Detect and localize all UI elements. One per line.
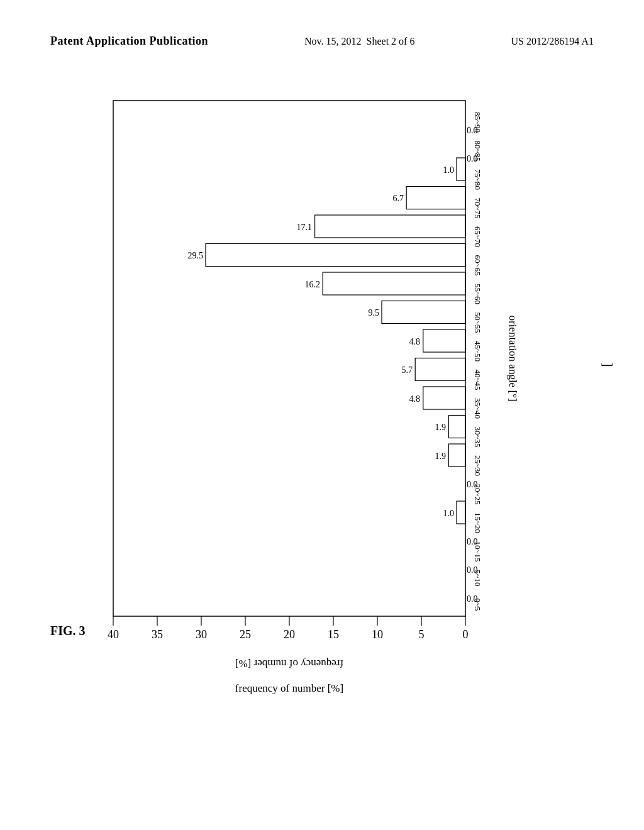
svg-rect-0 bbox=[113, 101, 465, 616]
svg-text:4.8: 4.8 bbox=[409, 394, 421, 404]
svg-text:15~20: 15~20 bbox=[473, 512, 482, 533]
svg-text:5: 5 bbox=[419, 628, 425, 641]
svg-text:0~5: 0~5 bbox=[473, 599, 482, 611]
svg-text:1.0: 1.0 bbox=[443, 509, 455, 518]
svg-text:29.5: 29.5 bbox=[188, 251, 204, 260]
svg-text:35: 35 bbox=[152, 628, 163, 641]
svg-text:50~55: 50~55 bbox=[473, 313, 482, 333]
svg-text:30: 30 bbox=[196, 628, 207, 641]
svg-text:orientation angle [°]: orientation angle [°] bbox=[507, 315, 519, 401]
chart-svg: 0 5 10 15 20 25 30 35 40 frequency of nu… bbox=[38, 88, 641, 761]
svg-text:frequency of number [%]: frequency of number [%] bbox=[235, 682, 343, 694]
svg-text:9.5: 9.5 bbox=[369, 308, 380, 318]
svg-rect-30 bbox=[382, 301, 465, 324]
svg-text:15: 15 bbox=[328, 628, 339, 641]
svg-text:85~90: 85~90 bbox=[473, 112, 482, 133]
svg-rect-32 bbox=[423, 329, 465, 352]
svg-text:6.7: 6.7 bbox=[393, 194, 404, 203]
svg-text:80~85: 80~85 bbox=[473, 141, 482, 162]
figure-label: FIG. 3 bbox=[50, 624, 86, 638]
svg-text:70~75: 70~75 bbox=[473, 198, 482, 219]
svg-rect-24 bbox=[315, 215, 465, 238]
svg-text:0: 0 bbox=[463, 628, 469, 641]
svg-text:60~65: 60~65 bbox=[473, 255, 482, 276]
page-header: Patent Application Publication Nov. 15, … bbox=[0, 35, 644, 48]
svg-rect-36 bbox=[423, 387, 465, 409]
svg-text:25: 25 bbox=[240, 628, 251, 641]
svg-text:1.9: 1.9 bbox=[435, 423, 447, 432]
svg-text:40: 40 bbox=[108, 628, 119, 641]
svg-text:20: 20 bbox=[284, 628, 295, 641]
svg-text:5~10: 5~10 bbox=[473, 570, 482, 587]
svg-text:17.1: 17.1 bbox=[297, 223, 313, 232]
svg-text:30~35: 30~35 bbox=[473, 427, 482, 448]
svg-text:1.9: 1.9 bbox=[435, 451, 447, 461]
svg-text:16.2: 16.2 bbox=[305, 280, 321, 289]
svg-rect-38 bbox=[448, 416, 465, 438]
svg-text:55~60: 55~60 bbox=[473, 284, 482, 304]
publication-date: Nov. 15, 2012 Sheet 2 of 6 bbox=[304, 36, 414, 47]
svg-text:10~15: 10~15 bbox=[473, 541, 482, 562]
svg-rect-40 bbox=[448, 444, 465, 467]
svg-text:frequency of number [%]: frequency of number [%] bbox=[235, 658, 343, 670]
svg-text:25~30: 25~30 bbox=[473, 455, 482, 476]
svg-rect-22 bbox=[406, 187, 465, 209]
svg-text:35~40: 35~40 bbox=[473, 398, 482, 419]
svg-rect-42 bbox=[457, 501, 465, 524]
svg-text:10: 10 bbox=[372, 628, 383, 641]
svg-text:40~45: 40~45 bbox=[473, 370, 482, 390]
svg-rect-26 bbox=[206, 244, 465, 267]
svg-text:45~50: 45~50 bbox=[473, 341, 482, 362]
svg-rect-20 bbox=[457, 158, 465, 180]
svg-text:4.8: 4.8 bbox=[409, 337, 421, 346]
svg-text:5.7: 5.7 bbox=[402, 365, 413, 375]
svg-text:1.0: 1.0 bbox=[443, 165, 455, 175]
svg-text:65~70: 65~70 bbox=[473, 226, 482, 247]
svg-text:75~80: 75~80 bbox=[473, 169, 482, 190]
publication-title: Patent Application Publication bbox=[50, 35, 208, 48]
svg-text:]: ] bbox=[601, 363, 615, 367]
svg-rect-28 bbox=[323, 272, 465, 295]
svg-rect-34 bbox=[415, 358, 465, 381]
svg-text:20~25: 20~25 bbox=[473, 484, 482, 505]
patent-number: US 2012/286194 A1 bbox=[511, 36, 594, 47]
